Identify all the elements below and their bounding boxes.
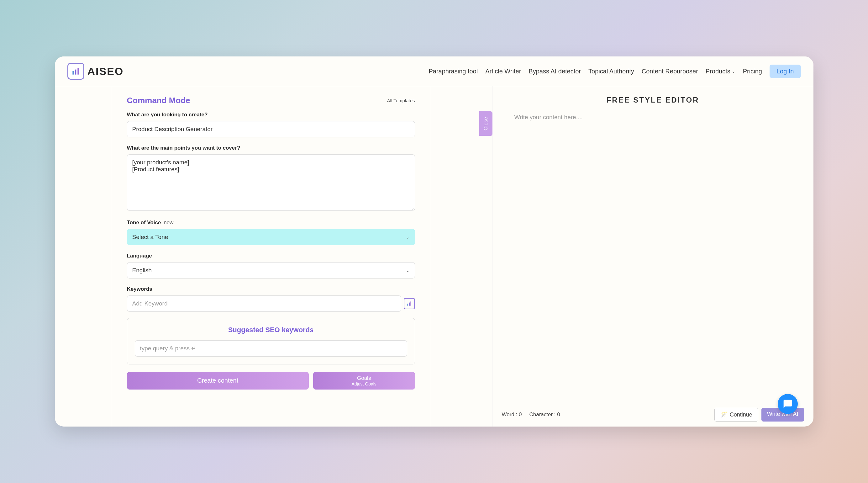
- all-templates-link[interactable]: All Templates: [387, 98, 415, 103]
- editor-panel: Close FREE STYLE EDITOR Write your conte…: [492, 86, 813, 427]
- command-header: Command Mode All Templates: [127, 96, 415, 105]
- wand-icon: 🪄: [720, 411, 727, 418]
- svg-rect-4: [409, 303, 410, 306]
- editor-footer: Word : 0 Character : 0 🪄 Continue Write …: [493, 403, 813, 427]
- login-button[interactable]: Log In: [770, 65, 801, 78]
- goals-button[interactable]: Goals Adjust Goals: [313, 372, 415, 390]
- app-window: AISEO Paraphrasing tool Article Writer B…: [55, 56, 813, 427]
- left-padding: [55, 86, 111, 427]
- seo-title: Suggested SEO keywords: [135, 326, 407, 334]
- close-tab[interactable]: Close: [479, 111, 493, 136]
- word-count: Word : 0: [502, 412, 522, 418]
- create-content-button[interactable]: Create content: [127, 372, 309, 390]
- nav-pricing[interactable]: Pricing: [743, 68, 762, 75]
- editor-title: FREE STYLE EDITOR: [493, 86, 813, 114]
- create-input[interactable]: [127, 121, 415, 138]
- tone-label: Tone of Voice new: [127, 219, 415, 226]
- field-tone: Tone of Voice new Select a Tone ⌄: [127, 219, 415, 245]
- svg-rect-3: [407, 304, 408, 306]
- new-badge: new: [164, 219, 173, 225]
- seo-query-input[interactable]: [135, 340, 407, 357]
- nav-topical-authority[interactable]: Topical Authority: [588, 68, 634, 75]
- nav-article-writer[interactable]: Article Writer: [485, 68, 521, 75]
- char-count: Character : 0: [529, 412, 560, 418]
- chevron-down-icon: ⌄: [406, 268, 410, 273]
- nav-products[interactable]: Products ⌄: [706, 68, 735, 75]
- footer-stats: Word : 0 Character : 0: [502, 412, 560, 418]
- chevron-down-icon: ⌄: [732, 69, 735, 74]
- command-title: Command Mode: [127, 96, 190, 105]
- create-label: What are you looking to create?: [127, 112, 415, 118]
- tone-select[interactable]: Select a Tone ⌄: [127, 229, 415, 245]
- language-select[interactable]: English ⌄: [127, 262, 415, 278]
- points-textarea[interactable]: [your product's name]: [Product features…: [127, 154, 415, 211]
- chat-icon: [783, 399, 793, 409]
- field-language: Language English ⌄: [127, 253, 415, 278]
- points-label: What are the main points you want to cov…: [127, 145, 415, 151]
- command-panel: Command Mode All Templates What are you …: [111, 86, 431, 427]
- field-keywords: Keywords Suggested SEO keywords: [127, 286, 415, 364]
- editor-body[interactable]: Write your content here....: [493, 114, 813, 403]
- svg-rect-0: [72, 71, 74, 74]
- continue-button[interactable]: 🪄 Continue: [714, 408, 758, 422]
- nav-paraphrasing[interactable]: Paraphrasing tool: [429, 68, 478, 75]
- nav-content-repurposer[interactable]: Content Repurposer: [642, 68, 698, 75]
- logo-icon: [67, 63, 84, 80]
- keyword-generate-button[interactable]: [404, 298, 415, 309]
- field-points: What are the main points you want to cov…: [127, 145, 415, 212]
- svg-rect-2: [78, 68, 79, 74]
- keywords-label: Keywords: [127, 286, 415, 292]
- body: Command Mode All Templates What are you …: [55, 86, 813, 427]
- nav-bypass-ai[interactable]: Bypass AI detector: [528, 68, 581, 75]
- seo-suggestions: Suggested SEO keywords: [127, 318, 415, 364]
- field-create: What are you looking to create?: [127, 112, 415, 138]
- nav: Paraphrasing tool Article Writer Bypass …: [429, 65, 801, 78]
- language-label: Language: [127, 253, 415, 259]
- keyword-input[interactable]: [127, 296, 401, 312]
- header: AISEO Paraphrasing tool Article Writer B…: [55, 56, 813, 86]
- svg-rect-1: [75, 70, 76, 74]
- svg-rect-5: [410, 301, 411, 305]
- logo[interactable]: AISEO: [67, 63, 124, 80]
- bars-icon: [406, 300, 412, 307]
- button-row: Create content Goals Adjust Goals: [127, 372, 415, 390]
- editor-placeholder: Write your content here....: [515, 114, 792, 121]
- chevron-down-icon: ⌄: [406, 235, 410, 240]
- chat-bubble-button[interactable]: [778, 394, 798, 414]
- logo-text: AISEO: [88, 65, 124, 78]
